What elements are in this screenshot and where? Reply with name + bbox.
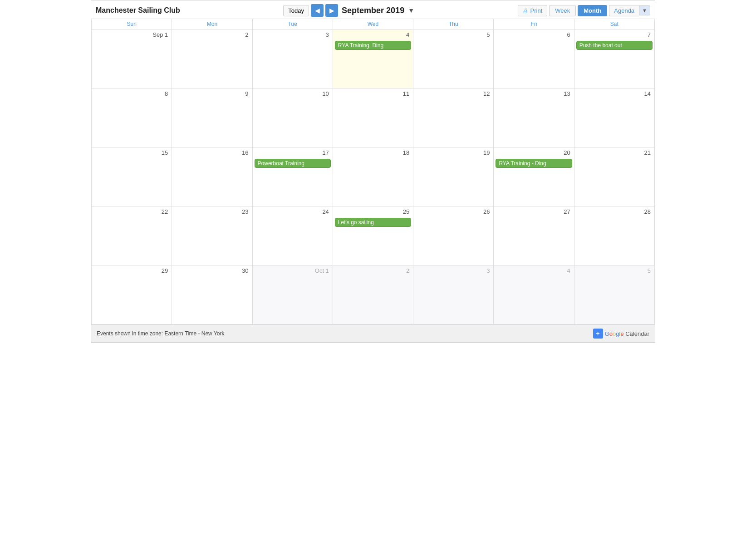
calendar-event[interactable]: Let's go sailing (335, 218, 411, 227)
calendar-grid: SunMonTueWedThuFriSat Sep 1234RYA Traini… (91, 19, 655, 324)
calendar-day[interactable]: 29 (92, 265, 172, 324)
header: Manchester Sailing Club Today ◀ ▶ Septem… (91, 0, 655, 19)
calendar-day[interactable]: 17Powerboat Training (252, 147, 333, 206)
month-dropdown-arrow[interactable]: ▼ (408, 7, 414, 14)
day-number: 13 (496, 89, 572, 99)
calendar-app: Manchester Sailing Club Today ◀ ▶ Septem… (91, 0, 655, 343)
calendar-day[interactable]: 30 (172, 265, 252, 324)
dow-header-thu: Thu (413, 19, 494, 29)
calendar-event[interactable]: Push the boat out (576, 41, 653, 50)
calendar-week-1: 891011121314 (92, 88, 655, 147)
calendar-day[interactable]: 28 (574, 206, 654, 265)
day-number: 16 (174, 148, 250, 158)
calendar-event[interactable]: RYA Training. Ding (335, 41, 411, 50)
day-number: 28 (576, 207, 653, 217)
calendar-day[interactable]: 20RYA Training - Ding (494, 147, 574, 206)
calendar-body: Sep 1234RYA Training. Ding567Push the bo… (92, 29, 655, 324)
print-button[interactable]: 🖨 Print (518, 5, 548, 16)
today-button[interactable]: Today (283, 5, 309, 16)
day-number: 5 (576, 266, 653, 276)
app-title: Manchester Sailing Club (96, 6, 180, 15)
week-button[interactable]: Week (549, 5, 576, 16)
calendar-day[interactable]: 10 (252, 88, 333, 147)
day-number: 29 (93, 266, 170, 276)
footer: Events shown in time zone: Eastern Time … (91, 324, 655, 342)
agenda-button[interactable]: Agenda (609, 5, 639, 16)
day-number: 8 (93, 89, 170, 99)
calendar-day[interactable]: 6 (494, 29, 574, 88)
day-number: 4 (335, 30, 411, 40)
calendar-day[interactable]: 12 (413, 88, 494, 147)
day-of-week-row: SunMonTueWedThuFriSat (92, 19, 655, 29)
calendar-day[interactable]: 23 (172, 206, 252, 265)
day-number: Oct 1 (255, 266, 331, 276)
calendar-day[interactable]: 22 (92, 206, 172, 265)
day-number: 23 (174, 207, 250, 217)
calendar-day[interactable]: 7Push the boat out (574, 29, 654, 88)
calendar-day[interactable]: 21 (574, 147, 654, 206)
dow-header-tue: Tue (252, 19, 333, 29)
calendar-day[interactable]: 18 (333, 147, 413, 206)
day-number: 18 (335, 148, 411, 158)
day-number: Sep 1 (93, 30, 170, 40)
day-number: 2 (335, 266, 411, 276)
calendar-day[interactable]: 13 (494, 88, 574, 147)
day-number: 9 (174, 89, 250, 99)
calendar-day[interactable]: 5 (574, 265, 654, 324)
month-button[interactable]: Month (578, 5, 607, 16)
agenda-button-group: Agenda ▼ (609, 5, 650, 16)
calendar-day[interactable]: 9 (172, 88, 252, 147)
google-calendar-logo[interactable]: + Google Calendar (593, 329, 649, 339)
header-controls: Today ◀ ▶ September 2019 ▼ (283, 4, 414, 17)
agenda-dropdown-button[interactable]: ▼ (639, 5, 650, 15)
calendar-day[interactable]: 8 (92, 88, 172, 147)
calendar-day[interactable]: 27 (494, 206, 574, 265)
day-number: 3 (255, 30, 331, 40)
calendar-day[interactable]: 3 (252, 29, 333, 88)
day-number: 5 (415, 30, 491, 40)
day-number: 11 (335, 89, 411, 99)
day-number: 27 (496, 207, 572, 217)
day-number: 14 (576, 89, 653, 99)
calendar-day[interactable]: 19 (413, 147, 494, 206)
print-label: Print (530, 7, 543, 14)
calendar-day[interactable]: 15 (92, 147, 172, 206)
calendar-day[interactable]: 4 (494, 265, 574, 324)
calendar-day[interactable]: 3 (413, 265, 494, 324)
month-title: September 2019 (342, 6, 404, 15)
next-button[interactable]: ▶ (325, 4, 338, 17)
calendar-day[interactable]: 11 (333, 88, 413, 147)
day-number: 21 (576, 148, 653, 158)
calendar-day[interactable]: 14 (574, 88, 654, 147)
day-number: 22 (93, 207, 170, 217)
calendar-day[interactable]: 26 (413, 206, 494, 265)
calendar-day[interactable]: 4RYA Training. Ding (333, 29, 413, 88)
calendar-day[interactable]: Sep 1 (92, 29, 172, 88)
day-number: 19 (415, 148, 491, 158)
day-number: 3 (415, 266, 491, 276)
calendar-day[interactable]: 5 (413, 29, 494, 88)
header-left: Manchester Sailing Club (96, 6, 180, 15)
day-number: 25 (335, 207, 411, 217)
timezone-text: Events shown in time zone: Eastern Time … (97, 330, 224, 337)
calendar-event[interactable]: Powerboat Training (255, 159, 331, 168)
calendar-event[interactable]: RYA Training - Ding (496, 159, 572, 168)
calendar-week-3: 22232425Let's go sailing262728 (92, 206, 655, 265)
dow-header-mon: Mon (172, 19, 252, 29)
day-number: 20 (496, 148, 572, 158)
day-number: 30 (174, 266, 250, 276)
calendar-day[interactable]: 2 (333, 265, 413, 324)
calendar-day[interactable]: 2 (172, 29, 252, 88)
day-number: 4 (496, 266, 572, 276)
day-number: 24 (255, 207, 331, 217)
day-number: 15 (93, 148, 170, 158)
calendar-day[interactable]: 25Let's go sailing (333, 206, 413, 265)
day-number: 10 (255, 89, 331, 99)
dow-header-sat: Sat (574, 19, 654, 29)
day-number: 26 (415, 207, 491, 217)
dow-header-fri: Fri (494, 19, 574, 29)
calendar-day[interactable]: Oct 1 (252, 265, 333, 324)
calendar-day[interactable]: 24 (252, 206, 333, 265)
calendar-day[interactable]: 16 (172, 147, 252, 206)
prev-button[interactable]: ◀ (311, 4, 324, 17)
